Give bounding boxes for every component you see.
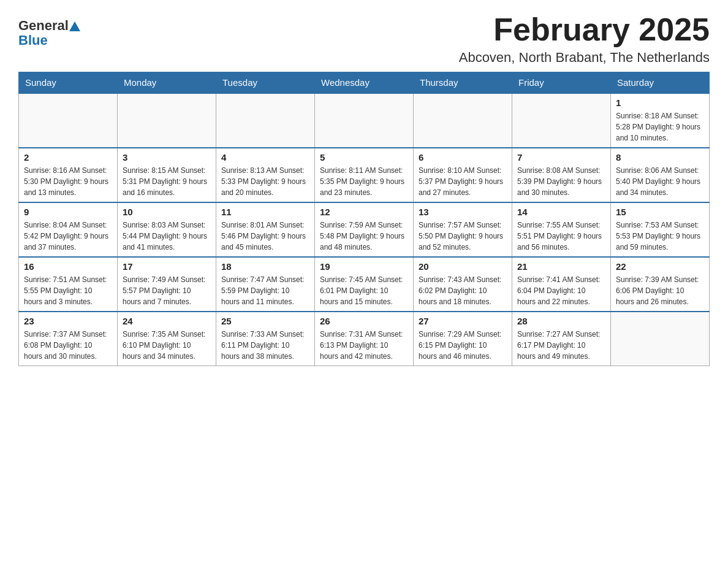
page-header: General Blue February 2025 Abcoven, Nort… bbox=[18, 12, 710, 66]
calendar-cell: 21Sunrise: 7:41 AM Sunset: 6:04 PM Dayli… bbox=[512, 257, 611, 312]
day-info: Sunrise: 8:04 AM Sunset: 5:42 PM Dayligh… bbox=[24, 220, 112, 253]
day-number: 12 bbox=[320, 207, 408, 217]
day-number: 18 bbox=[221, 261, 309, 272]
day-number: 11 bbox=[221, 207, 309, 217]
calendar-cell bbox=[414, 93, 512, 148]
calendar-cell: 9Sunrise: 8:04 AM Sunset: 5:42 PM Daylig… bbox=[19, 202, 118, 257]
day-number: 1 bbox=[616, 98, 704, 108]
calendar-cell bbox=[512, 93, 611, 148]
day-info: Sunrise: 7:39 AM Sunset: 6:06 PM Dayligh… bbox=[616, 274, 704, 307]
calendar-cell: 28Sunrise: 7:27 AM Sunset: 6:17 PM Dayli… bbox=[512, 312, 611, 366]
day-info: Sunrise: 8:06 AM Sunset: 5:40 PM Dayligh… bbox=[616, 165, 704, 198]
calendar-cell bbox=[216, 93, 315, 148]
calendar-cell: 14Sunrise: 7:55 AM Sunset: 5:51 PM Dayli… bbox=[512, 202, 611, 257]
calendar-week-row: 9Sunrise: 8:04 AM Sunset: 5:42 PM Daylig… bbox=[19, 202, 710, 257]
day-info: Sunrise: 7:27 AM Sunset: 6:17 PM Dayligh… bbox=[517, 329, 605, 362]
calendar-cell: 17Sunrise: 7:49 AM Sunset: 5:57 PM Dayli… bbox=[118, 257, 216, 312]
day-number: 2 bbox=[24, 152, 112, 163]
weekday-header-tuesday: Tuesday bbox=[216, 72, 315, 94]
calendar-table: SundayMondayTuesdayWednesdayThursdayFrid… bbox=[18, 72, 710, 366]
day-number: 27 bbox=[419, 316, 507, 326]
day-info: Sunrise: 7:41 AM Sunset: 6:04 PM Dayligh… bbox=[517, 274, 605, 307]
calendar-week-row: 16Sunrise: 7:51 AM Sunset: 5:55 PM Dayli… bbox=[19, 257, 710, 312]
logo-general-text: General bbox=[18, 18, 69, 33]
location-subtitle: Abcoven, North Brabant, The Netherlands bbox=[459, 50, 710, 66]
day-number: 17 bbox=[123, 261, 211, 272]
day-number: 19 bbox=[320, 261, 408, 272]
day-info: Sunrise: 7:55 AM Sunset: 5:51 PM Dayligh… bbox=[517, 220, 605, 253]
day-number: 21 bbox=[517, 261, 605, 272]
weekday-header-thursday: Thursday bbox=[414, 72, 512, 94]
day-info: Sunrise: 7:31 AM Sunset: 6:13 PM Dayligh… bbox=[320, 329, 408, 362]
day-info: Sunrise: 7:45 AM Sunset: 6:01 PM Dayligh… bbox=[320, 274, 408, 307]
calendar-cell: 13Sunrise: 7:57 AM Sunset: 5:50 PM Dayli… bbox=[414, 202, 512, 257]
day-number: 14 bbox=[517, 207, 605, 217]
day-number: 28 bbox=[517, 316, 605, 326]
day-info: Sunrise: 8:16 AM Sunset: 5:30 PM Dayligh… bbox=[24, 165, 112, 198]
day-number: 23 bbox=[24, 316, 112, 326]
calendar-cell: 19Sunrise: 7:45 AM Sunset: 6:01 PM Dayli… bbox=[315, 257, 414, 312]
calendar-cell: 3Sunrise: 8:15 AM Sunset: 5:31 PM Daylig… bbox=[118, 148, 216, 202]
day-info: Sunrise: 8:01 AM Sunset: 5:46 PM Dayligh… bbox=[221, 220, 309, 253]
weekday-header-wednesday: Wednesday bbox=[315, 72, 414, 94]
day-info: Sunrise: 7:37 AM Sunset: 6:08 PM Dayligh… bbox=[24, 329, 112, 362]
calendar-cell: 8Sunrise: 8:06 AM Sunset: 5:40 PM Daylig… bbox=[611, 148, 710, 202]
day-info: Sunrise: 8:10 AM Sunset: 5:37 PM Dayligh… bbox=[419, 165, 507, 198]
day-info: Sunrise: 7:47 AM Sunset: 5:59 PM Dayligh… bbox=[221, 274, 309, 307]
calendar-cell: 26Sunrise: 7:31 AM Sunset: 6:13 PM Dayli… bbox=[315, 312, 414, 366]
day-number: 10 bbox=[123, 207, 211, 217]
day-info: Sunrise: 7:49 AM Sunset: 5:57 PM Dayligh… bbox=[123, 274, 211, 307]
day-number: 3 bbox=[123, 152, 211, 163]
day-info: Sunrise: 7:29 AM Sunset: 6:15 PM Dayligh… bbox=[419, 329, 507, 362]
calendar-cell bbox=[19, 93, 118, 148]
day-number: 8 bbox=[616, 152, 704, 163]
calendar-cell: 20Sunrise: 7:43 AM Sunset: 6:02 PM Dayli… bbox=[414, 257, 512, 312]
day-number: 9 bbox=[24, 207, 112, 217]
calendar-cell: 23Sunrise: 7:37 AM Sunset: 6:08 PM Dayli… bbox=[19, 312, 118, 366]
calendar-cell: 18Sunrise: 7:47 AM Sunset: 5:59 PM Dayli… bbox=[216, 257, 315, 312]
day-info: Sunrise: 7:35 AM Sunset: 6:10 PM Dayligh… bbox=[123, 329, 211, 362]
calendar-cell: 5Sunrise: 8:11 AM Sunset: 5:35 PM Daylig… bbox=[315, 148, 414, 202]
day-info: Sunrise: 7:51 AM Sunset: 5:55 PM Dayligh… bbox=[24, 274, 112, 307]
calendar-cell: 15Sunrise: 7:53 AM Sunset: 5:53 PM Dayli… bbox=[611, 202, 710, 257]
month-title: February 2025 bbox=[459, 12, 710, 47]
calendar-cell: 27Sunrise: 7:29 AM Sunset: 6:15 PM Dayli… bbox=[414, 312, 512, 366]
calendar-cell bbox=[611, 312, 710, 366]
day-number: 20 bbox=[419, 261, 507, 272]
day-info: Sunrise: 7:59 AM Sunset: 5:48 PM Dayligh… bbox=[320, 220, 408, 253]
calendar-week-row: 1Sunrise: 8:18 AM Sunset: 5:28 PM Daylig… bbox=[19, 93, 710, 148]
day-info: Sunrise: 8:13 AM Sunset: 5:33 PM Dayligh… bbox=[221, 165, 309, 198]
calendar-cell: 6Sunrise: 8:10 AM Sunset: 5:37 PM Daylig… bbox=[414, 148, 512, 202]
day-number: 22 bbox=[616, 261, 704, 272]
calendar-week-row: 23Sunrise: 7:37 AM Sunset: 6:08 PM Dayli… bbox=[19, 312, 710, 366]
calendar-cell: 24Sunrise: 7:35 AM Sunset: 6:10 PM Dayli… bbox=[118, 312, 216, 366]
calendar-cell: 1Sunrise: 8:18 AM Sunset: 5:28 PM Daylig… bbox=[611, 93, 710, 148]
title-area: February 2025 Abcoven, North Brabant, Th… bbox=[459, 12, 710, 66]
day-info: Sunrise: 7:43 AM Sunset: 6:02 PM Dayligh… bbox=[419, 274, 507, 307]
day-number: 15 bbox=[616, 207, 704, 217]
calendar-cell: 11Sunrise: 8:01 AM Sunset: 5:46 PM Dayli… bbox=[216, 202, 315, 257]
day-info: Sunrise: 8:11 AM Sunset: 5:35 PM Dayligh… bbox=[320, 165, 408, 198]
day-number: 25 bbox=[221, 316, 309, 326]
day-number: 24 bbox=[123, 316, 211, 326]
day-info: Sunrise: 7:57 AM Sunset: 5:50 PM Dayligh… bbox=[419, 220, 507, 253]
calendar-cell: 16Sunrise: 7:51 AM Sunset: 5:55 PM Dayli… bbox=[19, 257, 118, 312]
day-info: Sunrise: 8:15 AM Sunset: 5:31 PM Dayligh… bbox=[123, 165, 211, 198]
weekday-header-monday: Monday bbox=[118, 72, 216, 94]
logo-triangle-icon bbox=[69, 21, 80, 31]
day-number: 13 bbox=[419, 207, 507, 217]
weekday-header-friday: Friday bbox=[512, 72, 611, 94]
calendar-cell bbox=[315, 93, 414, 148]
calendar-cell: 10Sunrise: 8:03 AM Sunset: 5:44 PM Dayli… bbox=[118, 202, 216, 257]
weekday-header-row: SundayMondayTuesdayWednesdayThursdayFrid… bbox=[19, 72, 710, 94]
calendar-cell: 22Sunrise: 7:39 AM Sunset: 6:06 PM Dayli… bbox=[611, 257, 710, 312]
day-number: 6 bbox=[419, 152, 507, 163]
day-info: Sunrise: 8:18 AM Sunset: 5:28 PM Dayligh… bbox=[616, 110, 704, 144]
weekday-header-saturday: Saturday bbox=[611, 72, 710, 94]
day-number: 4 bbox=[221, 152, 309, 163]
day-info: Sunrise: 7:33 AM Sunset: 6:11 PM Dayligh… bbox=[221, 329, 309, 362]
calendar-week-row: 2Sunrise: 8:16 AM Sunset: 5:30 PM Daylig… bbox=[19, 148, 710, 202]
calendar-cell: 7Sunrise: 8:08 AM Sunset: 5:39 PM Daylig… bbox=[512, 148, 611, 202]
calendar-cell: 4Sunrise: 8:13 AM Sunset: 5:33 PM Daylig… bbox=[216, 148, 315, 202]
calendar-cell: 2Sunrise: 8:16 AM Sunset: 5:30 PM Daylig… bbox=[19, 148, 118, 202]
